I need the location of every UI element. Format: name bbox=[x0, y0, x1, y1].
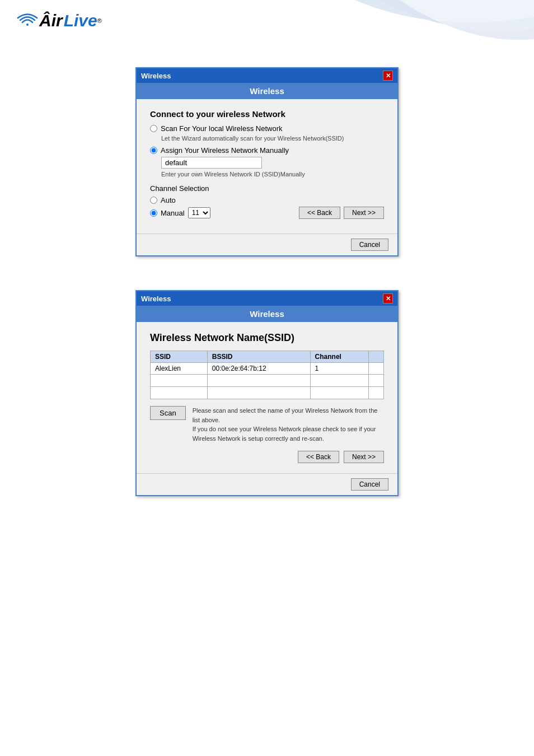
dialog2-next-button[interactable]: Next >> bbox=[344, 451, 384, 463]
scan-area: Scan Please scan and select the name of … bbox=[150, 406, 384, 443]
dialog2-nav-row: << Back Next >> bbox=[150, 451, 384, 463]
radio-manual-label[interactable]: Assign Your Wireless Network Manually bbox=[161, 146, 289, 155]
channel-auto-label[interactable]: Auto bbox=[161, 196, 176, 204]
dialog2-section-title: Wireless Network Name(SSID) bbox=[150, 332, 384, 344]
header: Âir Live ® bbox=[0, 0, 534, 62]
content: Wireless ✕ Wireless Connect to your wire… bbox=[0, 62, 534, 552]
radio-channel-manual[interactable] bbox=[150, 209, 157, 217]
channel-section-label: Channel Selection bbox=[150, 184, 384, 193]
channel-manual-label[interactable]: Manual bbox=[161, 209, 185, 217]
dialog2-header: Wireless bbox=[137, 306, 397, 322]
scan-hint1: Please scan and select the name of your … bbox=[193, 406, 384, 424]
channel-select[interactable]: 1234 5678 91011 1213 bbox=[188, 207, 210, 218]
dialog2-title-text: Wireless bbox=[141, 295, 171, 303]
scan-hint2: If you do not see your Wireless Network … bbox=[193, 424, 384, 443]
logo-live: Live bbox=[64, 11, 97, 30]
dialog1-header-text: Wireless bbox=[250, 86, 284, 96]
scan-hint: Please scan and select the name of your … bbox=[193, 406, 384, 443]
scan-button[interactable]: Scan bbox=[150, 406, 186, 420]
header-swoosh bbox=[310, 0, 534, 62]
ssid-input[interactable] bbox=[161, 157, 262, 169]
dialog1: Wireless ✕ Wireless Connect to your wire… bbox=[135, 67, 399, 256]
dialog1-back-button[interactable]: << Back bbox=[299, 207, 340, 219]
dialog1-header: Wireless bbox=[137, 83, 397, 99]
dialog1-close-button[interactable]: ✕ bbox=[383, 71, 393, 81]
dialog2-footer: Cancel bbox=[137, 473, 397, 495]
col-bssid: BSSID bbox=[207, 351, 310, 363]
table-row[interactable]: AlexLien 00:0e:2e:64:7b:12 1 bbox=[151, 363, 384, 375]
channel-auto-row: Auto bbox=[150, 196, 384, 204]
dialog1-next-button[interactable]: Next >> bbox=[344, 207, 384, 219]
dialog1-cancel-button[interactable]: Cancel bbox=[351, 239, 388, 251]
cell-extra bbox=[368, 363, 383, 375]
radio-scan-row: Scan For Your local Wireless Network bbox=[150, 124, 384, 133]
channel-section: Channel Selection Auto Manual 1234 5678 … bbox=[150, 184, 384, 219]
table-empty-row1 bbox=[151, 375, 384, 387]
dialog2-close-button[interactable]: ✕ bbox=[383, 293, 393, 304]
wifi-icon bbox=[17, 10, 38, 31]
dialog2: Wireless ✕ Wireless Wireless Network Nam… bbox=[135, 290, 399, 496]
dialog1-section-title: Connect to your wireless Network bbox=[150, 109, 384, 119]
cell-channel: 1 bbox=[310, 363, 368, 375]
col-channel: Channel bbox=[310, 351, 368, 363]
dialog1-body: Connect to your wireless Network Scan Fo… bbox=[137, 99, 397, 234]
dialog2-header-text: Wireless bbox=[250, 309, 284, 319]
radio-channel-auto[interactable] bbox=[150, 197, 157, 204]
ssid-table: SSID BSSID Channel AlexLien 00:0e:2e:64:… bbox=[150, 351, 384, 399]
logo-reg: ® bbox=[97, 17, 102, 24]
radio-manual-hint: Enter your own Wireless Network ID (SSID… bbox=[161, 171, 384, 178]
dialog1-footer: Cancel bbox=[137, 234, 397, 255]
col-ssid: SSID bbox=[151, 351, 208, 363]
table-header-row: SSID BSSID Channel bbox=[151, 351, 384, 363]
logo-air: Âir bbox=[39, 11, 63, 30]
table-empty-row2 bbox=[151, 387, 384, 399]
cell-ssid: AlexLien bbox=[151, 363, 208, 375]
radio-scan-hint: Let the Wizard automatically scan for yo… bbox=[161, 135, 384, 142]
dialog1-titlebar: Wireless ✕ bbox=[137, 68, 397, 83]
radio-manual[interactable] bbox=[150, 147, 157, 154]
dialog1-title-text: Wireless bbox=[141, 72, 171, 80]
radio-scan-label[interactable]: Scan For Your local Wireless Network bbox=[161, 124, 282, 133]
dialog2-back-button[interactable]: << Back bbox=[298, 451, 339, 463]
radio-manual-row: Assign Your Wireless Network Manually bbox=[150, 146, 384, 155]
cell-bssid: 00:0e:2e:64:7b:12 bbox=[207, 363, 310, 375]
dialog2-titlebar: Wireless ✕ bbox=[137, 291, 397, 306]
logo: Âir Live ® bbox=[17, 10, 102, 31]
col-extra bbox=[368, 351, 383, 363]
channel-manual-row: Manual 1234 5678 91011 1213 << Back Next… bbox=[150, 207, 384, 219]
dialog2-cancel-button[interactable]: Cancel bbox=[351, 478, 388, 491]
dialog2-body: Wireless Network Name(SSID) SSID BSSID C… bbox=[137, 322, 397, 473]
svg-point-0 bbox=[26, 24, 29, 26]
radio-scan[interactable] bbox=[150, 125, 157, 132]
